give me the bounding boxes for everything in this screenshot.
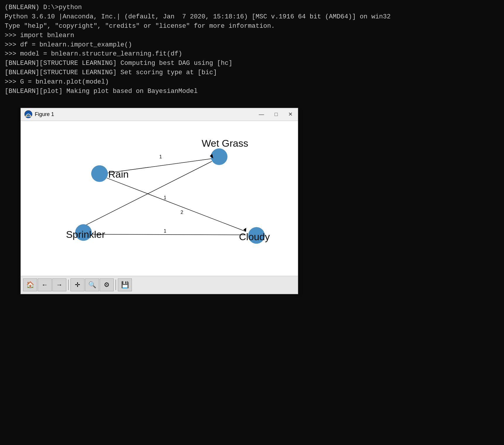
plot-canvas: 1 1 2 1 Wet Grass Rain Sprinkler (21, 121, 298, 276)
terminal: (BNLEARN) D:\>python Python 3.6.10 |Anac… (0, 0, 504, 99)
toolbar-separator-1 (68, 280, 69, 290)
minimize-button[interactable]: — (257, 110, 266, 118)
forward-button[interactable]: → (52, 278, 66, 291)
svg-text:Cloudy: Cloudy (239, 231, 270, 242)
zoom-button[interactable]: 🔍 (85, 278, 99, 291)
title-bar-left: Figure 1 (24, 110, 54, 118)
svg-point-9 (211, 148, 227, 165)
maximize-button[interactable]: □ (273, 110, 279, 118)
svg-text:Wet Grass: Wet Grass (202, 138, 248, 149)
svg-text:1: 1 (164, 228, 166, 233)
figure-window: Figure 1 — □ ✕ 1 1 2 1 (20, 108, 298, 294)
toolbar-separator-2 (115, 280, 116, 290)
svg-point-11 (91, 165, 108, 182)
svg-text:Rain: Rain (108, 169, 129, 180)
figure-title: Figure 1 (35, 111, 54, 117)
svg-text:1: 1 (164, 195, 166, 200)
svg-line-3 (107, 178, 245, 231)
svg-text:2: 2 (181, 210, 183, 215)
toolbar: 🏠 ← → ✛ 🔍 ⚙ 💾 (21, 276, 298, 294)
home-button[interactable]: 🏠 (23, 278, 37, 291)
graph-svg: 1 1 2 1 Wet Grass Rain Sprinkler (21, 121, 298, 276)
pan-button[interactable]: ✛ (70, 278, 84, 291)
svg-text:1: 1 (159, 154, 162, 159)
save-button[interactable]: 💾 (118, 278, 132, 291)
title-bar: Figure 1 — □ ✕ (21, 108, 298, 121)
configure-button[interactable]: ⚙ (100, 278, 114, 291)
svg-line-7 (91, 234, 245, 235)
close-button[interactable]: ✕ (286, 110, 294, 118)
title-bar-controls: — □ ✕ (257, 110, 294, 118)
matplotlib-icon (24, 110, 32, 118)
svg-text:Sprinkler: Sprinkler (66, 229, 105, 240)
back-button[interactable]: ← (38, 278, 52, 291)
